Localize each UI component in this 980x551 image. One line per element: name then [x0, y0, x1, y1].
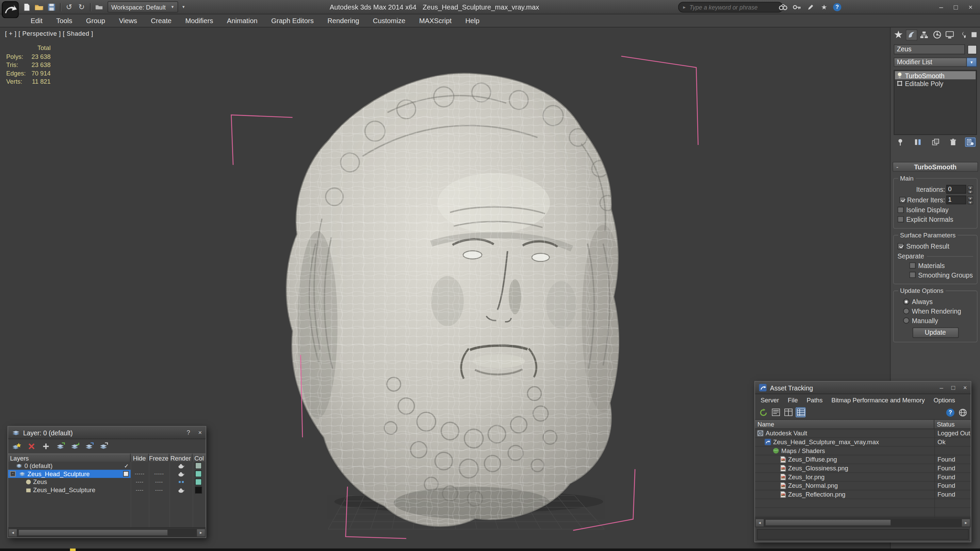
- menu-options[interactable]: Options: [929, 396, 959, 403]
- viewport-label[interactable]: [ + ] [ Perspective ] [ Shaded ]: [5, 30, 93, 37]
- dialog-close-button[interactable]: ×: [963, 384, 967, 391]
- menu-edit[interactable]: Edit: [24, 13, 49, 27]
- dialog-close-button[interactable]: ×: [198, 429, 202, 436]
- scroll-left-icon[interactable]: ◂: [755, 518, 765, 527]
- tab-modify[interactable]: [905, 29, 918, 40]
- isoline-display-checkbox[interactable]: [898, 207, 904, 213]
- render-cell[interactable]: [169, 478, 192, 486]
- lightbulb-icon[interactable]: [897, 72, 903, 79]
- column-name[interactable]: Name: [755, 420, 934, 429]
- search-input[interactable]: [688, 3, 778, 11]
- stack-item-turbosmooth[interactable]: TurboSmooth: [895, 71, 975, 79]
- menu-animation[interactable]: Animation: [220, 13, 264, 27]
- panel-options-icon[interactable]: [969, 29, 978, 40]
- render-cell[interactable]: [169, 462, 192, 470]
- freeze-cell[interactable]: [149, 462, 169, 470]
- layer-dialog-titlebar[interactable]: Layer: 0 (default) ? ×: [8, 427, 205, 439]
- menu-graph-editors[interactable]: Graph Editors: [264, 13, 321, 27]
- menu-group[interactable]: Group: [79, 13, 112, 27]
- tab-hierarchy[interactable]: [918, 29, 930, 40]
- menu-bitmap-performance[interactable]: Bitmap Performance and Memory: [827, 396, 929, 403]
- tab-motion[interactable]: [931, 29, 943, 40]
- favorites-star-icon[interactable]: ★: [819, 2, 829, 11]
- column-freeze[interactable]: Freeze: [149, 453, 169, 462]
- zeus-head-model[interactable]: [262, 56, 712, 549]
- set-current-layer-icon[interactable]: [69, 441, 80, 452]
- network-icon[interactable]: [958, 408, 967, 417]
- dialog-help-button[interactable]: ?: [186, 429, 190, 436]
- select-layer-objects-icon[interactable]: [54, 441, 66, 452]
- asset-row[interactable]: Autodesk Vault Logged Out: [755, 429, 971, 438]
- app-logo-icon[interactable]: [2, 2, 19, 18]
- color-cell[interactable]: [192, 470, 206, 478]
- hide-cell[interactable]: ----: [130, 478, 149, 486]
- hide-cell[interactable]: -----: [130, 470, 149, 478]
- menu-customize[interactable]: Customize: [366, 13, 412, 27]
- color-cell[interactable]: [192, 486, 206, 494]
- smoothing-groups-checkbox[interactable]: [909, 272, 915, 278]
- freeze-cell[interactable]: ----: [149, 486, 169, 494]
- menu-create[interactable]: Create: [144, 13, 178, 27]
- menu-maxscript[interactable]: MAXScript: [412, 13, 458, 27]
- search-box[interactable]: ▸: [678, 2, 783, 13]
- close-button[interactable]: ×: [969, 3, 972, 11]
- asset-row[interactable]: Zeus_Head_Sculpture_max_vray.max Ok: [755, 438, 971, 447]
- materials-checkbox[interactable]: [909, 262, 915, 268]
- tab-create[interactable]: [892, 29, 905, 40]
- remove-modifier-icon[interactable]: [947, 137, 958, 147]
- workspace-menu-arrow-icon[interactable]: ▼: [180, 2, 187, 12]
- maximize-button[interactable]: □: [954, 3, 958, 11]
- layer-row[interactable]: Zeus_Head_Sculpture ---- ----: [8, 486, 205, 494]
- layer-row[interactable]: Zeus ---- ----: [8, 478, 205, 486]
- workspace-selector[interactable]: Workspace: Default ▼: [108, 2, 178, 13]
- scroll-track[interactable]: [764, 518, 961, 527]
- minimize-button[interactable]: –: [939, 3, 943, 11]
- menu-tools[interactable]: Tools: [49, 13, 79, 27]
- modifier-stack[interactable]: TurboSmooth Editable Poly: [894, 70, 977, 135]
- render-cell[interactable]: [169, 486, 192, 494]
- color-cell[interactable]: [192, 478, 206, 486]
- scroll-right-icon[interactable]: ▸: [961, 518, 971, 527]
- menu-rendering[interactable]: Rendering: [321, 13, 366, 27]
- menu-views[interactable]: Views: [112, 13, 144, 27]
- tab-display[interactable]: [944, 29, 956, 40]
- asset-horizontal-scrollbar[interactable]: ◂ ▸: [755, 517, 971, 527]
- menu-paths[interactable]: Paths: [802, 396, 827, 403]
- hide-freeze-toggle-icon[interactable]: [98, 441, 109, 452]
- help-icon[interactable]: ?: [833, 3, 841, 11]
- modifier-list-dropdown[interactable]: Modifier List ▼: [894, 57, 977, 67]
- asset-tracking-titlebar[interactable]: Asset Tracking – □ ×: [755, 382, 971, 394]
- freeze-cell[interactable]: ----: [149, 478, 169, 486]
- iterations-spinner[interactable]: ▴▾: [967, 185, 973, 194]
- asset-row[interactable]: Zeus_Ior.png Found: [755, 473, 971, 482]
- menu-server[interactable]: Server: [756, 396, 783, 403]
- add-to-layer-icon[interactable]: [40, 441, 51, 452]
- render-iters-spinner[interactable]: ▴▾: [967, 196, 973, 204]
- redo-icon[interactable]: ↻: [76, 2, 87, 12]
- column-layers[interactable]: Layers: [8, 453, 130, 462]
- list-view-icon[interactable]: [771, 408, 781, 417]
- column-render[interactable]: Render: [169, 453, 192, 462]
- open-file-icon[interactable]: [34, 2, 44, 12]
- scroll-left-icon[interactable]: ◂: [8, 528, 18, 537]
- collapse-expander-icon[interactable]: -: [10, 471, 16, 477]
- delete-layer-icon[interactable]: [25, 441, 37, 452]
- new-file-icon[interactable]: [21, 2, 32, 12]
- details-view-icon[interactable]: [795, 408, 805, 417]
- menu-help[interactable]: Help: [458, 13, 486, 27]
- make-unique-icon[interactable]: [930, 137, 940, 147]
- hide-cell[interactable]: [130, 462, 149, 470]
- layer-horizontal-scrollbar[interactable]: ◂ ▸: [8, 527, 205, 537]
- hide-cell[interactable]: ----: [130, 486, 149, 494]
- undo-icon[interactable]: ↺: [64, 2, 74, 12]
- show-end-result-icon[interactable]: [913, 137, 923, 147]
- render-iters-field[interactable]: 1: [946, 195, 966, 205]
- asset-row[interactable]: Zeus_Reflection.png Found: [755, 491, 971, 499]
- pencil-icon[interactable]: [806, 2, 815, 11]
- scroll-track[interactable]: [18, 528, 196, 537]
- dialog-maximize-button[interactable]: □: [951, 384, 955, 391]
- layer-row[interactable]: 0 (default) ✓: [8, 462, 205, 470]
- iterations-field[interactable]: 0: [946, 185, 966, 194]
- pin-stack-icon[interactable]: [895, 137, 905, 147]
- key-icon[interactable]: [792, 2, 801, 11]
